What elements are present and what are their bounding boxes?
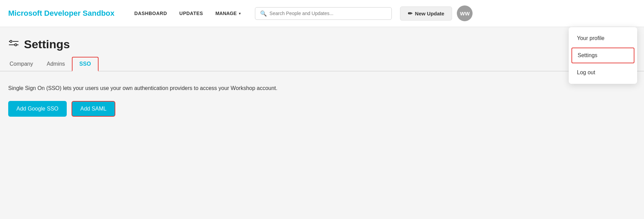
pencil-icon: ✏ xyxy=(408,10,412,17)
navbar: Microsoft Developer Sandbox DASHBOARD UP… xyxy=(0,0,644,27)
chevron-down-icon: ▾ xyxy=(239,12,241,15)
settings-header: Settings xyxy=(0,27,644,51)
brand-logo[interactable]: Microsoft Developer Sandbox xyxy=(8,9,115,18)
dropdown-logout[interactable]: Log out xyxy=(569,65,637,80)
sso-buttons: Add Google SSO Add SAML xyxy=(8,101,636,117)
add-google-sso-button[interactable]: Add Google SSO xyxy=(8,101,67,117)
dropdown-menu: Your profile Settings Log out xyxy=(569,27,637,84)
svg-point-0 xyxy=(10,40,12,42)
avatar[interactable]: WW xyxy=(457,5,473,21)
svg-point-3 xyxy=(15,44,17,46)
search-wrap: 🔍 xyxy=(255,7,392,20)
tabs-list: Company Admins SSO xyxy=(0,57,644,71)
tab-sso[interactable]: SSO xyxy=(72,57,99,72)
nav-links: DASHBOARD UPDATES MANAGE ▾ xyxy=(128,11,247,16)
nav-updates[interactable]: UPDATES xyxy=(173,11,209,16)
nav-dashboard[interactable]: DASHBOARD xyxy=(128,11,173,16)
sso-description: Single Sign On (SSO) lets your users use… xyxy=(8,85,636,91)
page-content: Settings Company Admins SSO Single Sign … xyxy=(0,27,644,208)
settings-icon xyxy=(8,38,19,51)
page-title: Settings xyxy=(24,38,70,51)
search-input[interactable] xyxy=(270,11,387,16)
tab-company[interactable]: Company xyxy=(3,57,40,72)
tabs-bar: Company Admins SSO xyxy=(0,51,644,72)
search-container: 🔍 xyxy=(255,7,392,20)
dropdown-profile[interactable]: Your profile xyxy=(569,30,637,46)
add-saml-button[interactable]: Add SAML xyxy=(72,101,115,117)
tab-admins[interactable]: Admins xyxy=(40,57,72,72)
nav-manage[interactable]: MANAGE ▾ xyxy=(209,11,246,16)
sso-content: Single Sign On (SSO) lets your users use… xyxy=(0,72,644,208)
new-update-button[interactable]: ✏ New Update xyxy=(400,7,452,21)
search-icon: 🔍 xyxy=(260,10,267,17)
dropdown-settings[interactable]: Settings xyxy=(571,48,634,63)
new-update-label: New Update xyxy=(415,11,445,16)
nav-manage-label: MANAGE xyxy=(215,11,236,16)
